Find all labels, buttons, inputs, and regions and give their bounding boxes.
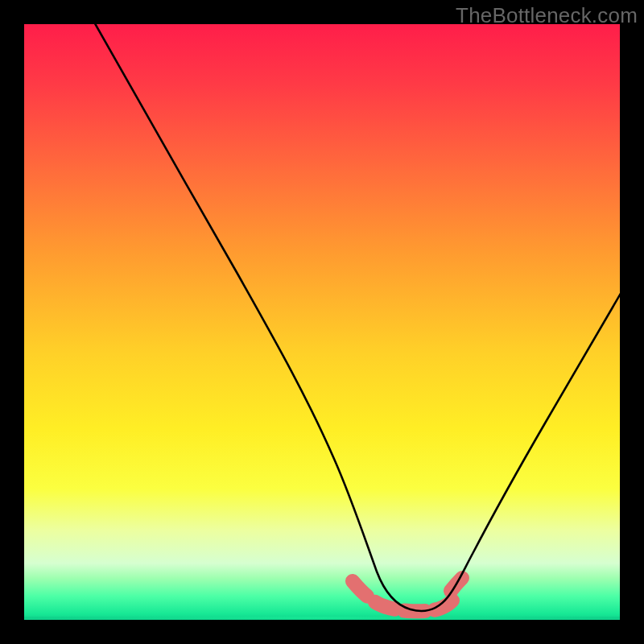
- watermark-text: TheBottleneck.com: [456, 3, 638, 28]
- curve-svg: [24, 24, 620, 620]
- chart-frame: TheBottleneck.com: [0, 0, 644, 644]
- valley-highlight-dash: [353, 578, 462, 611]
- plot-area: [24, 24, 620, 620]
- bottleneck-curve: [93, 24, 620, 611]
